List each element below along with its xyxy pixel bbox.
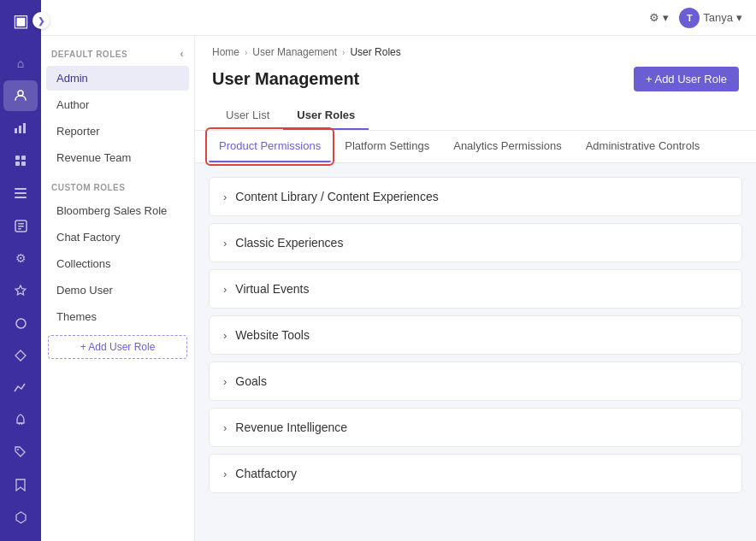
- tab-user-roles[interactable]: User Roles: [283, 102, 369, 130]
- breadcrumb-home[interactable]: Home: [212, 46, 239, 58]
- accordion-item-revenue-intelligence[interactable]: › Revenue Intelligence: [209, 408, 742, 447]
- chart-bottom-icon: [14, 381, 27, 393]
- role-item-themes[interactable]: Themes: [46, 304, 189, 329]
- chevron-right-icon: ›: [223, 421, 227, 434]
- role-item-chat-factory[interactable]: Chat Factory: [46, 225, 189, 250]
- role-item-revenue-team[interactable]: Revenue Team: [46, 145, 189, 170]
- tab-user-list[interactable]: User List: [212, 102, 283, 130]
- role-item-author[interactable]: Author: [46, 92, 189, 117]
- breadcrumb-sep1: ›: [245, 48, 247, 57]
- svg-rect-2: [19, 126, 21, 133]
- right-panel: Home › User Management › User Roles User…: [195, 36, 756, 541]
- role-item-demo-user[interactable]: Demo User: [46, 278, 189, 303]
- hex-icon: [15, 511, 27, 524]
- sidebar-item-hex[interactable]: [3, 502, 38, 532]
- bookmark-icon: [15, 479, 26, 491]
- sidebar-item-home[interactable]: ⌂: [3, 48, 38, 79]
- accordion-title: Virtual Events: [235, 282, 309, 296]
- svg-rect-7: [21, 162, 26, 166]
- page-area: DEFAULT ROLES ‹ Admin Author Reporter Re…: [41, 36, 756, 541]
- sidebar-item-notification[interactable]: [3, 404, 38, 435]
- accordion-title: Goals: [235, 374, 267, 388]
- user-initials: T: [687, 13, 693, 23]
- chevron-right-icon: ›: [223, 375, 227, 388]
- svg-rect-8: [15, 188, 27, 190]
- default-roles-collapse-icon[interactable]: ‹: [180, 48, 185, 60]
- sidebar-item-list[interactable]: [3, 178, 38, 209]
- accordion-item-goals[interactable]: › Goals: [209, 362, 742, 401]
- user-chevron-icon: ▾: [736, 11, 742, 24]
- chevron-right-icon: ›: [223, 467, 227, 480]
- subtab-platform-settings[interactable]: Platform Settings: [334, 131, 440, 162]
- svg-rect-3: [23, 123, 26, 133]
- accordion-item-chatfactory[interactable]: › Chatfactory: [209, 454, 742, 493]
- left-panel: DEFAULT ROLES ‹ Admin Author Reporter Re…: [41, 36, 195, 541]
- sidebar-item-diamond[interactable]: [3, 340, 38, 371]
- content-area: › Content Library / Content Experiences …: [195, 163, 756, 541]
- diamond-icon: [15, 350, 27, 362]
- accordion-title: Website Tools: [235, 328, 310, 342]
- accordion-title: Revenue Intelligence: [235, 420, 347, 434]
- breadcrumb: Home › User Management › User Roles: [212, 46, 739, 58]
- add-user-role-link[interactable]: + Add User Role: [48, 335, 187, 359]
- nav-icons-list: ⌂ ⚙: [0, 48, 41, 371]
- accordion-item-classic-experiences[interactable]: › Classic Experiences: [209, 223, 742, 262]
- role-item-bloomberg[interactable]: Bloomberg Sales Role: [46, 198, 189, 223]
- bell-icon: [15, 414, 27, 426]
- main-content: ⚙ ▾ T Tanya ▾ DEFAULT ROLES ‹ Admin Auth…: [41, 0, 756, 541]
- svg-rect-4: [15, 156, 20, 160]
- svg-rect-5: [21, 156, 26, 160]
- accordion-item-virtual-events[interactable]: › Virtual Events: [209, 269, 742, 309]
- role-item-reporter[interactable]: Reporter: [46, 119, 189, 144]
- subtab-analytics-permissions[interactable]: Analytics Permissions: [443, 131, 571, 162]
- sidebar-item-tag[interactable]: [3, 437, 38, 467]
- header-settings-menu[interactable]: ⚙ ▾: [649, 11, 669, 24]
- avatar: T: [679, 8, 700, 28]
- svg-rect-10: [15, 197, 27, 198]
- content-icon: [15, 220, 27, 232]
- breadcrumb-user-management[interactable]: User Management: [252, 46, 337, 58]
- sidebar-item-circle[interactable]: [3, 308, 38, 338]
- svg-rect-1: [15, 128, 17, 133]
- page-title: User Management: [212, 69, 359, 89]
- main-tabs: User List User Roles: [212, 102, 739, 130]
- sidebar-item-grid[interactable]: [3, 145, 38, 176]
- sidebar-item-settings[interactable]: ⚙: [3, 243, 38, 273]
- svg-rect-12: [18, 223, 24, 225]
- header-user-menu[interactable]: T Tanya ▾: [679, 8, 742, 28]
- svg-point-18: [17, 449, 19, 450]
- add-user-role-button[interactable]: + Add User Role: [634, 67, 739, 91]
- subtab-administrative-controls[interactable]: Administrative Controls: [576, 131, 711, 162]
- sidebar-item-users[interactable]: [3, 80, 38, 111]
- svg-point-15: [16, 319, 26, 328]
- accordion-title: Classic Experiences: [235, 236, 343, 250]
- role-item-admin[interactable]: Admin: [46, 66, 189, 91]
- subtab-product-permissions[interactable]: Product Permissions: [209, 131, 331, 162]
- sidebar-item-bookmark[interactable]: [3, 469, 38, 500]
- expand-icon: ❯: [38, 16, 44, 26]
- user-name-label: Tanya: [703, 11, 733, 24]
- accordion-item-content-library[interactable]: › Content Library / Content Experiences: [209, 177, 742, 216]
- users-icon: [14, 89, 27, 103]
- tag-icon: [15, 446, 27, 458]
- accordion-item-website-tools[interactable]: › Website Tools: [209, 315, 742, 355]
- grid-icon: [15, 155, 27, 168]
- chevron-right-icon: ›: [223, 191, 227, 203]
- sidebar-item-content[interactable]: [3, 210, 38, 241]
- custom-roles-label: CUSTOM ROLES: [41, 171, 194, 197]
- app-logo-icon: ▣: [13, 10, 29, 31]
- default-roles-label: DEFAULT ROLES ‹: [41, 36, 194, 65]
- sidebar-item-analytics[interactable]: [3, 113, 38, 144]
- sidebar-item-star[interactable]: [3, 275, 38, 306]
- role-item-collections[interactable]: Collections: [46, 251, 189, 276]
- star-icon: [14, 285, 27, 297]
- sidebar-expand-button[interactable]: ❯: [32, 12, 50, 29]
- analytics-icon: [14, 121, 27, 135]
- breadcrumb-sep2: ›: [342, 48, 345, 57]
- icon-sidebar: ▣ ❯ ⌂ ⚙: [0, 0, 41, 541]
- top-header: ⚙ ▾ T Tanya ▾: [41, 0, 756, 36]
- sidebar-item-chart[interactable]: [3, 372, 38, 403]
- settings-chevron-icon: ▾: [663, 11, 669, 24]
- chevron-right-icon: ›: [223, 237, 227, 250]
- svg-rect-13: [18, 226, 24, 227]
